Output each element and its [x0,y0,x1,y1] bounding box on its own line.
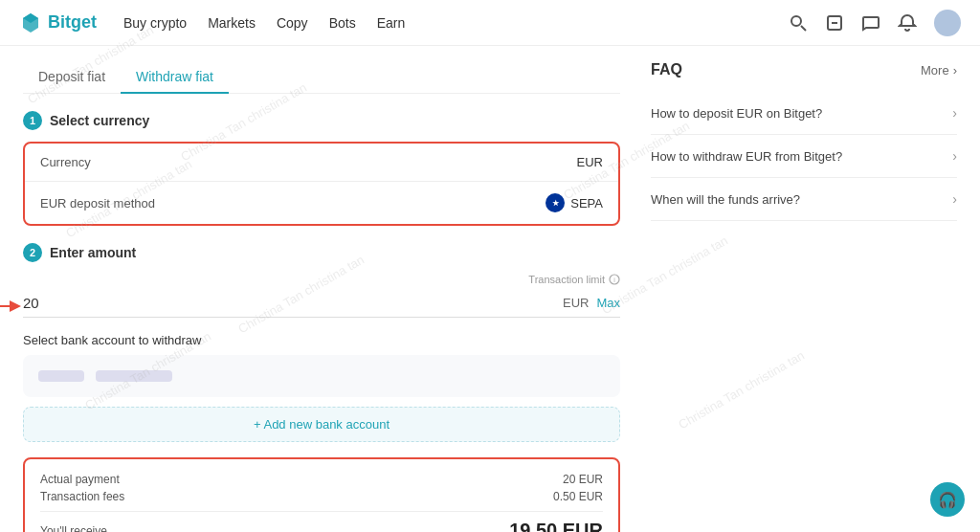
step2-header: 2 Enter amount [23,243,620,262]
main-layout: Deposit fiat Withdraw fiat 1 Select curr… [0,46,980,532]
actual-payment-label: Actual payment [40,473,120,486]
red-arrow [0,297,23,316]
add-bank-button[interactable]: + Add new bank account [23,407,620,442]
chevron-icon-1: › [952,148,957,164]
receive-label: You'll receive [40,524,107,533]
amount-input-row[interactable]: 20 EUR Max [23,289,620,318]
bank-placeholder-logo [38,370,84,382]
method-label: EUR deposit method [40,196,155,211]
sepa-icon: ★ [546,193,565,212]
search-icon[interactable] [789,13,808,33]
navbar: Bitget Buy crypto Markets Copy Bots Earn [0,0,980,46]
bank-card[interactable] [23,355,620,397]
support-button[interactable]: 🎧 [930,482,965,517]
summary-box: Actual payment 20 EUR Transaction fees 0… [23,457,620,532]
faq-question-1: How to withdraw EUR from Bitget? [651,149,842,164]
faq-question-0: How to deposit EUR on Bitget? [651,106,822,121]
amount-section: Transaction limit i 20 EUR [23,274,620,318]
tab-deposit-fiat[interactable]: Deposit fiat [23,61,121,94]
svg-point-0 [791,16,801,26]
info-icon: i [609,274,620,285]
svg-line-1 [801,26,806,31]
faq-item-1[interactable]: How to withdraw EUR from Bitget? › [651,135,957,178]
faq-title: FAQ [651,61,682,78]
nav-buy-crypto[interactable]: Buy crypto [123,15,187,31]
nav-earn[interactable]: Earn [377,15,406,31]
chevron-right-icon: › [953,63,957,78]
currency-row: Currency EUR [25,144,618,182]
receive-value: 19.50 EUR [509,520,603,532]
amount-currency: EUR [563,296,589,310]
tabs: Deposit fiat Withdraw fiat [23,61,620,94]
brand-name: Bitget [48,12,97,33]
nav-bots[interactable]: Bots [329,15,356,31]
currency-box[interactable]: Currency EUR EUR deposit method ★ SEPA [23,142,620,226]
tx-fees-row: Transaction fees 0.50 EUR [40,490,603,503]
nav-right [789,10,961,36]
tx-fees-value: 0.50 EUR [553,490,603,503]
chevron-icon-0: › [952,105,957,121]
bell-icon[interactable] [898,13,917,33]
max-button[interactable]: Max [596,296,620,310]
bank-section: Select bank account to withdraw + Add ne… [23,333,620,442]
nav-links: Buy crypto Markets Copy Bots Earn [123,15,405,31]
tx-limit-row: Transaction limit i [23,274,620,285]
currency-value: EUR [577,155,603,169]
step1-header: 1 Select currency [23,111,620,130]
faq-more-label: More [921,63,949,78]
left-panel: Deposit fiat Withdraw fiat 1 Select curr… [23,61,620,532]
svg-text:i: i [613,277,615,283]
nav-copy[interactable]: Copy [277,15,308,31]
tx-fees-label: Transaction fees [40,490,124,503]
method-row: EUR deposit method ★ SEPA [25,182,618,224]
message-icon[interactable] [861,13,880,33]
nav-markets[interactable]: Markets [208,15,256,31]
logo[interactable]: Bitget [19,11,97,34]
faq-header: FAQ More › [651,61,957,78]
bank-section-title: Select bank account to withdraw [23,333,620,347]
chevron-icon-2: › [952,191,957,207]
step2-title: Enter amount [50,245,136,260]
upload-icon[interactable] [825,13,844,33]
actual-payment-value: 20 EUR [563,473,603,486]
faq-item-0[interactable]: How to deposit EUR on Bitget? › [651,92,957,135]
avatar[interactable] [934,10,961,36]
faq-question-2: When will the funds arrive? [651,192,800,207]
faq-more-button[interactable]: More › [921,63,957,78]
actual-payment-row: Actual payment 20 EUR [40,473,603,486]
faq-item-2[interactable]: When will the funds arrive? › [651,178,957,221]
sepa-badge: ★ SEPA [546,193,603,212]
amount-right: EUR Max [563,296,620,310]
receive-row: You'll receive 19.50 EUR [40,520,603,532]
summary-divider [40,511,603,512]
tx-limit-label: Transaction limit [528,274,605,285]
tab-withdraw-fiat[interactable]: Withdraw fiat [121,61,229,94]
step1-number: 1 [23,111,42,130]
bank-placeholder-name [96,370,172,382]
amount-value: 20 [23,295,39,311]
step1-title: Select currency [50,113,149,128]
headphones-icon: 🎧 [938,491,957,509]
right-panel: FAQ More › How to deposit EUR on Bitget?… [651,61,957,532]
step2-number: 2 [23,243,42,262]
currency-label: Currency [40,155,91,169]
sepa-value: SEPA [570,196,603,211]
